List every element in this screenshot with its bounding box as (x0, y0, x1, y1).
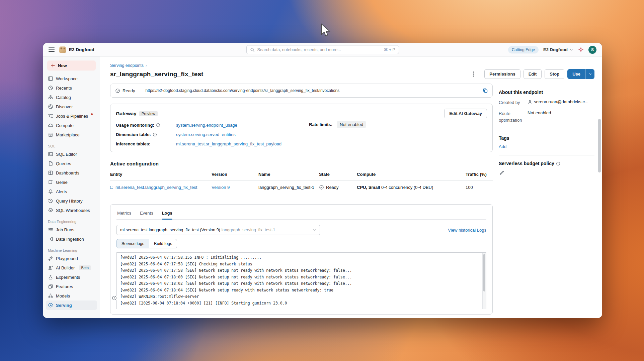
plus-icon (51, 63, 55, 68)
log-scrollbar-track[interactable] (482, 253, 486, 309)
copy-icon[interactable] (483, 88, 488, 93)
chevron-down-icon (312, 228, 316, 232)
add-tag-link[interactable]: Add (499, 144, 506, 149)
sidebar-item-marketplace[interactable]: Marketplace (46, 130, 97, 139)
search-shortcut: ⌘ + P (384, 47, 395, 52)
breadcrumb-chevron: › (146, 64, 147, 68)
budget-policy-title: Serverless budget policy (499, 161, 554, 166)
active-configuration-title: Active configuration (110, 161, 493, 166)
created-by-value[interactable]: serena.ruan@databricks.c... (534, 99, 588, 104)
log-scrollbar-thumb[interactable] (483, 254, 485, 291)
playground-icon (48, 256, 53, 261)
main-content: Serving endpoints › sr_langgraph_serving… (100, 56, 602, 318)
new-button[interactable]: New (47, 61, 96, 71)
info-icon[interactable] (156, 123, 160, 127)
sidebar-item-query-history[interactable]: Query History (46, 196, 97, 206)
log-output[interactable]: [wvd82] 2025-06-04 07:17:58.155 INFO : I… (116, 252, 486, 309)
features-icon (48, 284, 53, 289)
version-link[interactable]: Version 9 (212, 185, 230, 190)
sidebar-item-data-ingestion[interactable]: Data Ingestion (46, 234, 97, 244)
release-channel-badge[interactable]: Cutting Edge (508, 46, 539, 53)
sidebar-section-machine-learning: Machine Learning (48, 248, 95, 252)
sidebar-item-experiments[interactable]: Experiments (46, 272, 97, 282)
use-button[interactable]: Use (567, 69, 585, 79)
service-logs-tab[interactable]: Service logs (116, 239, 149, 248)
edit-budget-policy-pencil-icon[interactable] (499, 170, 505, 175)
tab-metrics[interactable]: Metrics (117, 211, 131, 219)
search-icon (250, 47, 255, 52)
divider (499, 130, 594, 130)
dimension-table-link[interactable]: system.serving.served_entities (176, 132, 236, 137)
endpoint-status-card: Ready https://e2-dogfood.staging.cloud.d… (110, 84, 493, 98)
global-search[interactable]: ⌘ + P (246, 45, 399, 54)
sidebar: New Workspace Recents Catalog Discover J… (43, 56, 100, 318)
sidebar-section-sql: SQL (48, 144, 95, 148)
dashboards-icon (48, 170, 53, 175)
edit-button[interactable]: Edit (524, 69, 542, 79)
page-scrollbar-thumb[interactable] (598, 119, 601, 172)
breadcrumb-link[interactable]: Serving endpoints (110, 63, 144, 68)
workspace-switcher[interactable]: E2 Dogfood (543, 47, 573, 52)
data-ingestion-icon (48, 236, 53, 242)
sidebar-item-models[interactable]: Models (46, 291, 97, 300)
rate-limits-value: Not enabled (337, 121, 366, 128)
sql-warehouses-icon (48, 208, 53, 213)
edit-ai-gateway-button[interactable]: Edit AI Gateway (444, 109, 487, 118)
hamburger-menu-icon[interactable] (49, 47, 55, 51)
usage-monitoring-link[interactable]: system.serving.endpoint_usage (176, 123, 237, 128)
sidebar-item-discover[interactable]: Discover (46, 102, 97, 111)
info-icon[interactable] (153, 132, 157, 137)
chevron-down-icon (588, 72, 592, 76)
info-icon[interactable] (556, 161, 560, 166)
tags-title: Tags (499, 135, 594, 141)
inference-tables-link[interactable]: ml.serena_test.sr_langgraph_serving_fix_… (176, 141, 281, 146)
bell-icon (48, 189, 53, 194)
route-optimization-label: Route optimization (499, 110, 528, 124)
log-clock-icon[interactable] (111, 295, 117, 301)
search-input[interactable] (257, 47, 384, 52)
assistant-sparkle-icon[interactable] (578, 47, 584, 52)
sidebar-item-ai-builder[interactable]: AI Builder Beta (46, 263, 97, 272)
notification-dot (91, 113, 93, 115)
active-configuration-table: Entity Version Name State Compute Traffi… (110, 172, 493, 194)
table-row: ml.serena_test.langgraph_serving_fix_tes… (110, 180, 493, 194)
ai-builder-icon (48, 265, 53, 270)
serving-icon (48, 303, 53, 308)
sidebar-item-catalog[interactable]: Catalog (46, 93, 97, 102)
overflow-menu-icon[interactable] (469, 70, 477, 78)
query-history-icon (48, 198, 53, 204)
sidebar-item-job-runs[interactable]: Job Runs (46, 225, 97, 234)
served-entity-selector[interactable]: ml.serena_test.langgraph_serving_fix_tes… (116, 225, 320, 235)
sidebar-item-jobs-pipelines[interactable]: Jobs & Pipelines (46, 111, 97, 121)
page-title: sr_langgraph_serving_fix_test (110, 71, 204, 78)
tab-events[interactable]: Events (140, 211, 153, 219)
person-icon (528, 100, 532, 104)
jobs-pipelines-icon (48, 113, 53, 119)
use-dropdown-caret[interactable] (585, 69, 594, 79)
discover-icon (48, 104, 53, 109)
sidebar-item-sql-warehouses[interactable]: SQL Warehouses (46, 206, 97, 215)
entity-link[interactable]: ml.serena_test.langgraph_serving_fix_tes… (110, 185, 212, 190)
user-avatar[interactable]: S (588, 46, 596, 54)
permissions-button[interactable]: Permissions (484, 69, 520, 79)
sidebar-item-alerts[interactable]: Alerts (46, 187, 97, 196)
sidebar-item-compute[interactable]: Compute (46, 121, 97, 130)
gateway-card: Gateway Preview Edit AI Gateway Usage mo… (110, 104, 493, 152)
sidebar-item-serving[interactable]: Serving (46, 300, 97, 310)
sidebar-item-recents[interactable]: Recents (46, 83, 97, 93)
sidebar-item-playground[interactable]: Playground (46, 254, 97, 263)
row-state: Ready (326, 185, 339, 190)
sidebar-item-features[interactable]: Features (46, 282, 97, 291)
stop-button[interactable]: Stop (545, 69, 564, 79)
view-historical-logs-link[interactable]: View historical Logs (448, 228, 486, 233)
models-icon (48, 293, 53, 298)
build-logs-tab[interactable]: Build logs (149, 239, 177, 248)
tab-logs[interactable]: Logs (162, 211, 172, 219)
sidebar-item-genie[interactable]: Genie (46, 177, 97, 187)
sidebar-item-sql-editor[interactable]: SQL Editor (46, 149, 97, 159)
sidebar-item-queries[interactable]: Queries (46, 159, 97, 168)
table-header: Entity Version Name State Compute Traffi… (110, 172, 493, 180)
served-entity-name: langgraph_serving_fix_test-1 (258, 185, 319, 190)
sidebar-item-workspace[interactable]: Workspace (46, 74, 97, 83)
sidebar-item-dashboards[interactable]: Dashboards (46, 168, 97, 177)
